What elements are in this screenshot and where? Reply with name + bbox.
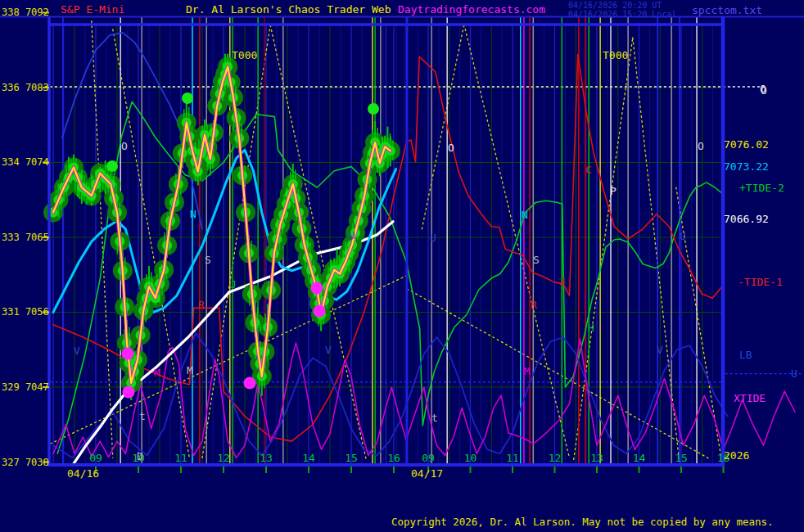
astro-letter: O xyxy=(121,140,128,152)
astro-letter: J xyxy=(230,278,237,291)
astro-letter: t xyxy=(431,412,438,424)
chaos-trader-page: { "header": { "instrument": "S&P E-Mini"… xyxy=(0,0,804,532)
hour-label: 15 xyxy=(675,452,688,464)
astro-letter: H xyxy=(588,322,594,334)
astro-letter: J xyxy=(559,275,566,287)
o-marker-right: O xyxy=(760,83,766,95)
white-close-label: 7066.92 xyxy=(724,213,769,225)
hour-label: 16 xyxy=(387,452,400,464)
year-label: 2026 xyxy=(724,449,749,462)
u-marker-right: U xyxy=(791,367,797,380)
xtide-label: XTIDE xyxy=(734,392,766,404)
astro-letter: M xyxy=(154,367,160,379)
yellow-close-label: 7076.02 xyxy=(724,138,769,151)
astro-letter: P xyxy=(610,185,617,197)
timestamp-ut: 04/16/2026 20:20 UT xyxy=(568,1,662,10)
instrument-label: S&P E-Mini xyxy=(61,3,124,16)
hour-label: 14 xyxy=(302,452,315,464)
y-axis-label: 327 7038 xyxy=(2,457,49,468)
hour-label: 09 xyxy=(89,452,102,464)
astro-letter: D xyxy=(137,450,143,462)
pivot-dot-magenta xyxy=(314,305,326,318)
date-label-day2: 04/17 xyxy=(411,467,443,480)
astro-letter: M xyxy=(524,365,531,377)
y-axis-label: 338 7092 xyxy=(2,7,49,18)
date-label-day1: 04/16 xyxy=(67,467,99,480)
dotted-yellow-steep-right xyxy=(676,187,721,458)
astro-letter: O xyxy=(698,140,704,152)
site-link[interactable]: Daytradingforecasts.com xyxy=(398,3,545,16)
astro-letter: O xyxy=(448,142,454,154)
page-title: Dr. Al Larson's Chaos Trader Web xyxy=(186,3,391,16)
pivot-dot-lime xyxy=(182,92,193,104)
y-axis-label: 334 7074 xyxy=(2,156,49,168)
y-axis-label: 336 7083 xyxy=(2,82,49,93)
series-lb-line xyxy=(53,333,728,458)
astro-letter: R xyxy=(531,299,537,311)
astro-letter: N xyxy=(190,208,196,220)
astro-letter: V xyxy=(74,345,80,357)
y-axis-label: 329 7047 xyxy=(2,381,49,393)
hour-label: 11 xyxy=(506,452,519,464)
cyan-close-label: 7073.22 xyxy=(724,160,769,173)
pivot-dot-magenta xyxy=(122,348,134,360)
hour-label: 13 xyxy=(260,452,273,464)
pivot-dot-lime xyxy=(106,160,118,172)
plus-tide-label: +TIDE-2 xyxy=(739,182,784,194)
dotted-yellow-fall-d2 xyxy=(407,289,711,459)
astro-letter: V xyxy=(657,344,663,356)
dotted-yellow-peak-d2b-r xyxy=(633,38,680,459)
y-axis-label: 333 7065 xyxy=(2,232,49,243)
hour-label: 09 xyxy=(422,452,435,464)
hour-label: 12 xyxy=(549,452,562,464)
data-filename: spcctom.txt xyxy=(692,4,762,16)
hour-label: 13 xyxy=(590,452,603,464)
t000-marker: T000 xyxy=(603,49,628,61)
astro-letter: t xyxy=(139,410,146,422)
pivot-dot-magenta xyxy=(244,377,256,390)
pivot-dot-magenta xyxy=(311,282,323,295)
hour-label: 14 xyxy=(633,452,646,464)
dotted-yellow-rise-d1 xyxy=(50,276,406,444)
astro-letter: U xyxy=(430,232,436,244)
astro-letter: U xyxy=(680,230,686,242)
hour-label: 12 xyxy=(217,452,230,464)
y-axis-label: 331 7056 xyxy=(2,306,49,318)
chaos-chart-canvas: 338 7092336 7083334 7074333 7065331 7056… xyxy=(0,0,804,532)
copyright-notice: Copyright 2026, Dr. Al Larson. May not b… xyxy=(391,516,774,528)
pivot-dot-lime xyxy=(368,103,379,115)
astro-letter: S xyxy=(205,254,211,266)
dotted-yellow-peak-d2b-l xyxy=(574,38,633,459)
hour-label: 10 xyxy=(464,452,477,464)
pivot-dot-magenta xyxy=(123,386,135,399)
astro-letter: V xyxy=(325,344,332,356)
timestamp-local: 04/16/2026 15:20 Local xyxy=(568,10,676,19)
minus-tide-label: -TIDE-1 xyxy=(738,276,783,288)
astro-letter: R xyxy=(198,299,205,311)
astro-letter: S xyxy=(533,254,540,266)
astro-letter: N xyxy=(522,209,528,221)
astro-letter: C xyxy=(585,164,592,176)
t000-marker: T000 xyxy=(232,49,257,61)
hour-label: 11 xyxy=(174,452,187,464)
hour-label: 15 xyxy=(345,452,358,464)
astro-letter: H xyxy=(255,322,262,334)
lb-label: LB xyxy=(739,349,752,361)
astro-letter: M xyxy=(187,364,193,376)
series-xtide-line xyxy=(53,339,795,458)
astro-letter: U xyxy=(349,229,355,241)
